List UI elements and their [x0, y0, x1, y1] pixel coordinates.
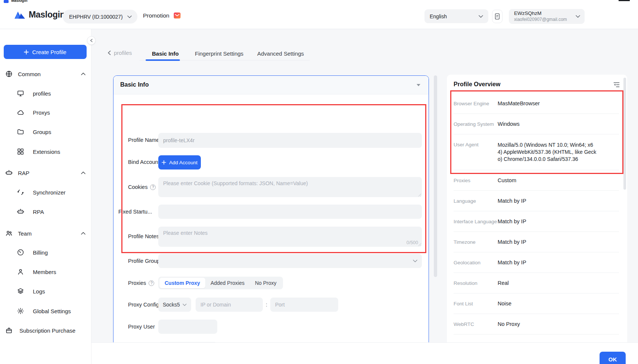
sidebar-item-billing[interactable]: Billing [0, 246, 91, 259]
cookies-textarea[interactable] [158, 177, 422, 197]
back-to-profiles-link[interactable]: profiles [108, 50, 132, 56]
proxy-protocol-select[interactable]: Socks5 [158, 298, 191, 312]
window-minimize-icon[interactable] [619, 0, 630, 1]
favicon [4, 0, 9, 3]
plus-icon [24, 50, 29, 55]
header: Maslogin EHPHRV (ID:1000027) Promotion [0, 3, 638, 29]
promotion-mail-icon [174, 12, 181, 19]
cookies-field [158, 177, 422, 197]
help-icon[interactable]: ? [150, 184, 156, 190]
maslogin-logo-icon [14, 10, 25, 20]
tab-basic-info[interactable]: Basic Info [152, 50, 179, 57]
item-label: profiles [33, 90, 51, 97]
profile-name-input[interactable] [158, 133, 422, 148]
account-email: xiaofei020907@gmail.com [514, 17, 567, 22]
bag-icon [5, 327, 13, 334]
robot-icon [5, 169, 13, 177]
collapse-section-icon[interactable] [417, 84, 420, 86]
basic-info-title: Basic Info [120, 81, 149, 88]
proxy-host-input[interactable] [196, 298, 263, 312]
main-scrollbar-thumb[interactable] [434, 75, 437, 277]
overview-scrollbar-thumb[interactable] [623, 78, 626, 190]
active-tab-indicator [146, 59, 180, 61]
language-selector[interactable]: English [424, 9, 488, 23]
language-label: English [430, 13, 447, 19]
item-label: Global Settings [33, 308, 71, 314]
section-label: Team [18, 230, 32, 237]
footer-bar: OK [91, 342, 638, 364]
item-label: Subscription Purchase [19, 327, 75, 334]
sidebar-collapse-button[interactable] [87, 36, 96, 45]
create-profile-button[interactable]: Create Profile [4, 45, 87, 59]
basic-info-card-header[interactable]: Basic Info [113, 76, 429, 94]
create-profile-label: Create Profile [32, 49, 66, 55]
item-label: Synchronizer [33, 189, 66, 196]
docs-button[interactable] [492, 10, 502, 23]
item-label: Groups [33, 129, 51, 135]
sidebar-section-rap[interactable]: RAP [0, 167, 91, 179]
sidebar-item-groups[interactable]: Groups [0, 125, 91, 138]
sidebar-item-members[interactable]: Members [0, 265, 91, 278]
robot-icon [17, 208, 24, 215]
cloud-icon [17, 109, 24, 116]
promotion-link[interactable]: Promotion [143, 12, 181, 19]
globe-icon [5, 70, 13, 78]
sidebar-item-subscription-purchase[interactable]: Subscription Purchase [0, 324, 91, 337]
proxy-user-input[interactable] [158, 320, 217, 334]
sidebar-item-profiles[interactable]: profiles [0, 87, 91, 100]
overview-row-resolution: ResolutionReal [454, 273, 619, 293]
add-account-button[interactable]: Add Account [158, 155, 201, 169]
chevron-up-icon [81, 171, 85, 174]
sidebar-item-logs[interactable]: Logs [0, 285, 91, 298]
fixed-startup-input[interactable] [158, 205, 422, 219]
sidebar: Create Profile Common profiles [0, 29, 91, 364]
sidebar-section-common[interactable]: Common [0, 68, 91, 80]
sidebar-section-team[interactable]: Team [0, 227, 91, 240]
person-icon [17, 268, 24, 276]
item-label: Proxys [33, 109, 50, 116]
sidebar-item-global-settings[interactable]: Global Settings [0, 305, 91, 317]
sidebar-item-extensions[interactable]: Extensions [0, 145, 91, 158]
account-name: EWzSQhzM [514, 10, 567, 17]
proxy-option-added[interactable]: Added Proxies [205, 278, 250, 288]
overview-rows: Browser EngineMasMateBrowser Operating S… [454, 93, 619, 335]
chevron-down-icon [183, 304, 187, 306]
workspace-label: EHPHRV (ID:1000027) [69, 14, 123, 20]
collapse-panel-icon[interactable] [613, 82, 620, 87]
profile-notes-textarea[interactable] [158, 227, 422, 247]
profile-notes-field: 0/500 [158, 227, 422, 247]
tab-advanced-settings[interactable]: Advanced Settings [257, 50, 304, 57]
overview-row-timezone: TimezoneMatch by IP [454, 232, 619, 252]
proxy-port-input[interactable] [270, 298, 338, 312]
profile-name-label: Profile Name [128, 137, 159, 143]
overview-row-language: LanguageMatch by IP [454, 191, 619, 211]
chevron-left-icon [90, 39, 93, 42]
profile-groups-select[interactable] [158, 254, 422, 268]
proxy-protocol-value: Socks5 [163, 302, 180, 308]
profile-notes-label: Profile Notes [128, 233, 159, 239]
basic-info-card: Basic Info Profile Name Bind Account Add… [113, 75, 429, 364]
sidebar-item-proxys[interactable]: Proxys [0, 106, 91, 119]
account-menu[interactable]: EWzSQhzM xiaofei020907@gmail.com [509, 9, 585, 24]
overview-row-geolocation: GeolocationMatch by IP [454, 252, 619, 273]
promotion-label: Promotion [143, 12, 169, 19]
sidebar-item-synchronizer[interactable]: Synchronizer [0, 186, 91, 199]
gear-icon [17, 307, 24, 315]
overview-row-operating-system: Operating SystemWindows [454, 114, 619, 134]
chevron-left-icon [108, 50, 111, 55]
item-label: Extensions [33, 149, 60, 155]
team-icon [5, 230, 13, 237]
sidebar-item-rpa[interactable]: RPA [0, 205, 91, 218]
folder-icon [17, 128, 24, 136]
proxy-option-custom[interactable]: Custom Proxy [159, 278, 205, 288]
help-icon[interactable]: ? [149, 280, 154, 286]
char-counter: 0/500 [407, 240, 418, 245]
ok-button[interactable]: OK [600, 352, 626, 364]
proxy-option-none[interactable]: No Proxy [250, 278, 282, 288]
workspace-selector[interactable]: EHPHRV (ID:1000027) [63, 10, 137, 24]
tab-fingerprint-settings[interactable]: Fingerprint Settings [195, 50, 243, 57]
account-meta: EWzSQhzM xiaofei020907@gmail.com [514, 10, 567, 22]
monitor-icon [17, 90, 24, 97]
chevron-down-icon [127, 15, 132, 18]
item-label: RPA [33, 209, 44, 215]
